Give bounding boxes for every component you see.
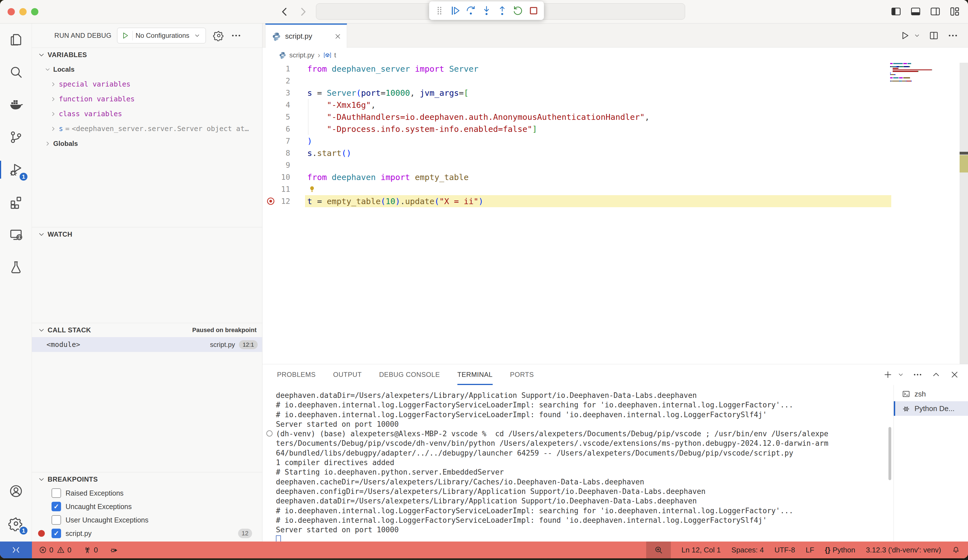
run-file-icon[interactable]	[899, 30, 910, 41]
code-line[interactable]: 9	[262, 159, 968, 171]
run-dropdown-chevron-icon[interactable]	[914, 32, 920, 39]
editor-more-icon[interactable]	[947, 30, 958, 41]
status-item[interactable]: 0	[39, 546, 53, 554]
new-terminal-icon[interactable]	[883, 369, 893, 380]
close-panel-icon[interactable]	[950, 369, 960, 380]
close-tab-icon[interactable]	[334, 33, 342, 40]
remote-indicator[interactable]	[0, 542, 32, 558]
code-line[interactable]: 4 "-Xmx16g",	[262, 99, 968, 111]
code-line[interactable]: 10from deephaven import empty_table	[262, 171, 968, 183]
breadcrumb-file[interactable]: script.py	[289, 51, 314, 59]
start-debug-icon[interactable]	[121, 31, 130, 40]
variable-row[interactable]: Globals	[32, 136, 262, 151]
debug-settings-gear-icon[interactable]	[213, 30, 224, 41]
activity-item-accounts[interactable]	[0, 475, 31, 507]
layout-customize-icon[interactable]	[949, 6, 961, 17]
code-line[interactable]: 2	[262, 75, 968, 87]
grip-button[interactable]	[434, 5, 445, 17]
panel-tab-terminal[interactable]: TERMINAL	[457, 364, 493, 385]
variable-row[interactable]: special variables	[32, 77, 262, 91]
lightbulb-icon[interactable]	[308, 185, 316, 194]
code-line[interactable]: 7)	[262, 135, 968, 147]
activity-item-settings[interactable]: 1	[0, 507, 31, 540]
code-line[interactable]: 8s.start()	[262, 147, 968, 159]
split-editor-icon[interactable]	[928, 30, 940, 41]
code-line[interactable]: 12t = empty_table(10).update("X = ii")	[262, 195, 968, 207]
status-item[interactable]: 0	[56, 546, 71, 554]
step-into-button[interactable]	[481, 5, 492, 17]
debug-config-dropdown[interactable]: No Configurations	[117, 28, 206, 43]
zoom-window-button[interactable]	[31, 8, 38, 15]
terminal-list-item[interactable]: zsh	[894, 387, 968, 401]
close-window-button[interactable]	[8, 8, 15, 15]
status-item[interactable]: 0	[83, 546, 98, 554]
launch-profile-chevron-icon[interactable]	[897, 371, 904, 378]
panel-more-icon[interactable]	[913, 369, 923, 380]
panel-right-icon[interactable]	[929, 6, 941, 17]
code-line[interactable]: 5 "-DAuthHandlers=io.deephaven.auth.Anon…	[262, 111, 968, 123]
status-item[interactable]	[952, 546, 960, 554]
breakpoint-row[interactable]: ✓Uncaught Exceptions	[32, 500, 262, 513]
breakpoint-checkbox[interactable]: ✓	[51, 502, 61, 511]
code-line[interactable]: 6 "-Dprocess.info.system-info.enabled=fa…	[262, 123, 968, 135]
breakpoint-hit-icon[interactable]	[266, 196, 276, 206]
breakpoint-checkbox[interactable]: ✓	[51, 529, 61, 538]
continue-button[interactable]	[449, 5, 461, 17]
code-line[interactable]: 1from deephaven_server import Server	[262, 63, 968, 75]
activity-item-docker[interactable]	[0, 88, 31, 121]
step-out-button[interactable]	[496, 5, 508, 17]
status-item[interactable]: UTF-8	[774, 546, 795, 554]
activity-item-run-and-debug[interactable]: 1	[0, 153, 31, 186]
zoom-chip[interactable]	[646, 542, 671, 558]
tab-script-py[interactable]: script.py	[265, 23, 347, 48]
activity-item-remote-explorer[interactable]	[0, 219, 31, 251]
activity-item-explorer[interactable]	[0, 23, 31, 56]
variable-row[interactable]: Locals	[32, 62, 262, 77]
stop-button[interactable]	[528, 5, 539, 17]
panel-tab-problems[interactable]: PROBLEMS	[277, 364, 316, 385]
watch-section-header[interactable]: WATCH	[32, 227, 262, 241]
call-stack-frame[interactable]: <module>script.py12:1	[32, 337, 262, 352]
breakpoint-checkbox[interactable]	[51, 488, 61, 498]
forward-icon[interactable]	[297, 6, 309, 18]
panel-left-icon[interactable]	[890, 6, 902, 17]
panel-tab-output[interactable]: OUTPUT	[333, 364, 361, 385]
activity-item-extensions[interactable]	[0, 186, 31, 219]
terminal-output[interactable]: deephaven.dataDir=/Users/alexpeters/Libr…	[262, 385, 893, 542]
overview-ruler[interactable]	[960, 63, 968, 364]
panel-bottom-icon[interactable]	[910, 6, 922, 17]
code-editor[interactable]: 1from deephaven_server import Server23s …	[262, 63, 968, 364]
code-line[interactable]: 3s = Server(port=10000, jvm_args=[	[262, 87, 968, 99]
call-stack-section-header[interactable]: CALL STACK Paused on breakpoint	[32, 323, 262, 337]
activity-item-testing[interactable]	[0, 251, 31, 283]
code-line[interactable]: 11	[262, 183, 968, 195]
variable-row[interactable]: function variables	[32, 91, 262, 106]
status-item[interactable]: LF	[806, 546, 814, 554]
variables-section-header[interactable]: VARIABLES	[32, 48, 262, 62]
back-icon[interactable]	[279, 6, 290, 18]
terminal-list-item[interactable]: Python De...	[894, 401, 968, 416]
step-over-button[interactable]	[465, 5, 477, 17]
panel-tab-ports[interactable]: PORTS	[510, 364, 534, 385]
maximize-panel-icon[interactable]	[931, 369, 941, 380]
minimap[interactable]	[890, 63, 955, 82]
panel-tab-debug-console[interactable]: DEBUG CONSOLE	[379, 364, 440, 385]
status-item[interactable]: {}Python	[825, 546, 855, 554]
breakpoints-section-header[interactable]: BREAKPOINTS	[32, 472, 262, 486]
activity-item-source-control[interactable]	[0, 121, 31, 153]
breakpoint-row[interactable]: ✓script.py12	[32, 527, 262, 540]
variable-row[interactable]: class variables	[32, 106, 262, 121]
status-item[interactable]	[109, 546, 118, 554]
restart-button[interactable]	[512, 5, 524, 17]
command-decoration-icon[interactable]	[266, 430, 272, 437]
status-item[interactable]: Spaces: 4	[731, 546, 764, 554]
minimize-window-button[interactable]	[19, 8, 27, 15]
variable-row[interactable]: s = <deephaven_server.server.Server obje…	[32, 121, 262, 136]
sidebar-more-icon[interactable]	[230, 30, 242, 41]
breadcrumb-symbol[interactable]: t	[334, 51, 336, 59]
breakpoint-row[interactable]: User Uncaught Exceptions	[32, 513, 262, 527]
status-item[interactable]: 3.12.3 ('dh-venv': venv)	[866, 546, 941, 554]
status-item[interactable]: Ln 12, Col 1	[681, 546, 721, 554]
activity-item-search[interactable]	[0, 56, 31, 88]
breakpoint-checkbox[interactable]	[51, 515, 61, 525]
